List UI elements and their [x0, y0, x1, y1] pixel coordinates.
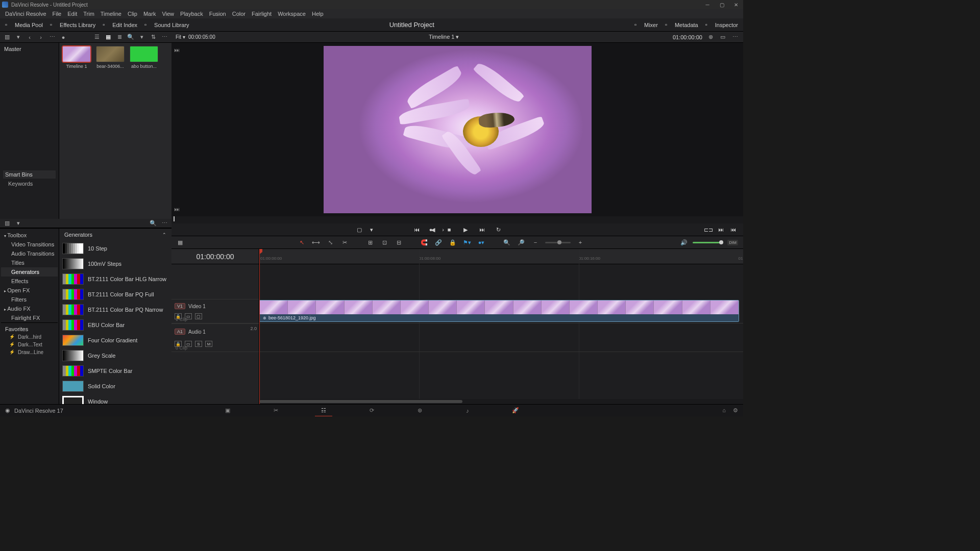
generator-item[interactable]: SMPTE Color Bar	[59, 363, 172, 379]
fx-tree-audio-fx[interactable]: Audio FX	[1, 304, 58, 313]
metadata-button[interactable]: ▫Metadata	[665, 21, 698, 29]
menu-help[interactable]: Help	[309, 11, 327, 17]
viewer-scrub-track[interactable]	[172, 216, 743, 223]
fx-tree-video-transitions[interactable]: Video Transitions	[1, 240, 58, 249]
menu-timeline[interactable]: Timeline	[97, 11, 125, 17]
lock-tool[interactable]: 🔒	[448, 238, 457, 246]
smart-bins-header[interactable]: Smart Bins	[3, 170, 56, 179]
solo-icon[interactable]: S	[195, 341, 202, 347]
home-icon[interactable]: ⌂	[722, 407, 726, 414]
disable-track-icon[interactable]: ▢	[195, 313, 202, 319]
chevron-down-icon[interactable]: ▾	[14, 219, 22, 227]
mark-in-out-icon[interactable]: ⊏⊐	[704, 226, 713, 233]
fx-tree-effects[interactable]: Effects	[1, 277, 58, 286]
current-edit-icon[interactable]: ●	[427, 226, 435, 233]
strip-view-icon[interactable]: ≣	[115, 34, 124, 41]
bypass-icon[interactable]: ⊗	[706, 34, 715, 41]
video-clip[interactable]: bee-5618012_1920.jpg	[259, 300, 739, 322]
deliver-page[interactable]: 🚀	[507, 406, 524, 415]
generator-item[interactable]: Four Color Gradient	[59, 333, 172, 348]
settings-icon[interactable]: ⚙	[733, 407, 738, 414]
dim-button[interactable]: DIM	[727, 240, 738, 245]
edit-index-button[interactable]: ▫Edit Index	[103, 21, 137, 29]
media-page[interactable]: ▣	[219, 406, 236, 415]
fit-dropdown[interactable]: Fit ▾	[176, 34, 185, 40]
zoom-out-icon[interactable]: −	[531, 238, 540, 246]
cut-page[interactable]: ✂	[267, 406, 284, 415]
bin-list-icon[interactable]: ▥	[3, 34, 11, 41]
generator-item[interactable]: EBU Color Bar	[59, 317, 172, 333]
color-page[interactable]: ⊛	[411, 406, 428, 415]
inspector-button[interactable]: ▫Inspector	[705, 21, 738, 29]
menu-file[interactable]: File	[50, 11, 65, 17]
blade-tool[interactable]: ✂	[340, 238, 349, 246]
insert-tool[interactable]: ⊞	[365, 238, 375, 246]
fusion-page[interactable]: ⟳	[363, 406, 380, 415]
menu-edit[interactable]: Edit	[64, 11, 80, 17]
fx-tree-fairlight-fx[interactable]: Fairlight FX	[1, 313, 58, 322]
timeline-timecode[interactable]: 01:00:00:00	[172, 249, 259, 264]
snapping-tool[interactable]: 🧲	[420, 238, 429, 246]
generator-item[interactable]: BT.2111 Color Bar PQ Full	[59, 287, 172, 302]
selection-tool[interactable]: ↖	[297, 238, 306, 246]
link-tool[interactable]: 🔗	[434, 238, 443, 246]
timeline-ruler[interactable]: 01:00:00:00 01:00:08:00 01:00:16:00 01:0…	[259, 249, 743, 264]
menu-fairlight[interactable]: Fairlight	[249, 11, 275, 17]
fx-tree-generators[interactable]: Generators	[1, 267, 58, 277]
fairlight-page[interactable]: ♪	[459, 406, 476, 415]
edit-page[interactable]: ☷	[315, 406, 332, 415]
flag-tool[interactable]: ⚑▾	[462, 238, 472, 246]
effects-library-button[interactable]: ▫Effects Library	[50, 21, 95, 29]
timeline-scrollbar[interactable]	[259, 399, 743, 404]
media-clip[interactable]: bear-34006...	[96, 46, 125, 69]
menu-mark[interactable]: Mark	[140, 11, 159, 17]
a1-badge[interactable]: A1	[175, 329, 185, 335]
timeline-name[interactable]: Timeline 1 ▾	[429, 34, 459, 40]
go-next-icon[interactable]: ⏭	[174, 47, 180, 53]
sound-library-button[interactable]: ▫Sound Library	[144, 21, 189, 29]
generator-item[interactable]: 10 Step	[59, 241, 172, 256]
loop-button[interactable]: ↻	[494, 226, 502, 233]
next-edit-icon[interactable]: ›	[439, 226, 447, 233]
generator-item[interactable]: BT.2111 Color Bar PQ Narrow	[59, 302, 172, 317]
replace-tool[interactable]: ⊟	[394, 238, 403, 246]
generator-item[interactable]: Grey Scale	[59, 348, 172, 363]
close-button[interactable]: ✕	[731, 1, 741, 8]
mute-icon[interactable]: M	[205, 341, 212, 347]
fx-tree-toolbox[interactable]: Toolbox	[1, 231, 58, 240]
menu-workspace[interactable]: Workspace	[275, 11, 309, 17]
zoom-in-icon[interactable]: +	[576, 238, 585, 246]
play-button[interactable]: ▶	[461, 226, 470, 233]
generator-item[interactable]: Solid Color	[59, 379, 172, 394]
nav-fwd-icon[interactable]: ›	[37, 34, 45, 41]
search-icon[interactable]: 🔍	[149, 219, 157, 227]
audio-track-header[interactable]: 2.0 A1 Audio 1 🔒 ▭ S M 0 Clip	[172, 323, 259, 352]
video-track-lane[interactable]: bee-5618012_1920.jpg	[259, 299, 743, 323]
options-icon[interactable]: ⋯	[160, 219, 168, 227]
options-icon[interactable]: ⋯	[160, 34, 168, 41]
menu-davinci-resolve[interactable]: DaVinci Resolve	[2, 11, 50, 17]
list-view-icon[interactable]: ☰	[93, 34, 101, 41]
fx-tree-audio-transitions[interactable]: Audio Transitions	[1, 249, 58, 258]
menu-view[interactable]: View	[159, 11, 177, 17]
chevron-down-icon[interactable]: ▾	[368, 226, 376, 233]
timeline-view-icon[interactable]: ▦	[176, 238, 185, 246]
menu-clip[interactable]: Clip	[125, 11, 140, 17]
generator-item[interactable]: 100mV Steps	[59, 256, 172, 271]
menu-fusion[interactable]: Fusion	[206, 11, 229, 17]
volume-slider[interactable]	[693, 242, 723, 243]
sort-icon[interactable]: ⇅	[149, 34, 157, 41]
search-icon[interactable]: 🔍	[127, 34, 135, 41]
chevron-down-icon[interactable]: ▾	[138, 34, 146, 41]
generator-item[interactable]: BT.2111 Color Bar HLG Narrow	[59, 271, 172, 287]
go-end-icon[interactable]: ⏭	[717, 226, 725, 233]
fx-tree-titles[interactable]: Titles	[1, 258, 58, 267]
collapse-icon[interactable]: ⌃	[162, 232, 166, 237]
more-dots-icon[interactable]: ⋯	[48, 34, 56, 41]
media-clip[interactable]: abo button...	[130, 46, 158, 69]
smart-bin-keywords[interactable]: Keywords	[3, 179, 56, 189]
fx-tree-filters[interactable]: Filters	[1, 295, 58, 304]
chevron-down-icon[interactable]: ▾	[14, 34, 22, 41]
dual-view-icon[interactable]: ▭	[719, 34, 727, 41]
menu-color[interactable]: Color	[229, 11, 249, 17]
